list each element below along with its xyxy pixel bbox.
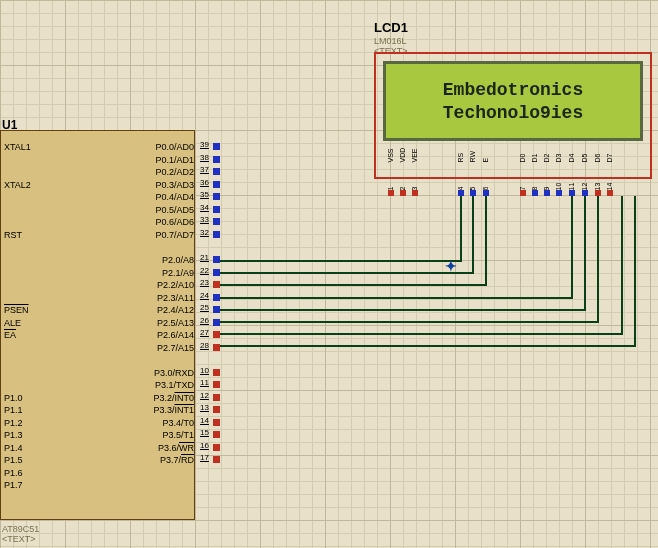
mcu-pin-P3.3-INT1: P3.3/INT1 [153,405,194,415]
mcu-pin-dot-28[interactable] [213,344,220,351]
mcu-pin-dot-25[interactable] [213,306,220,313]
lcd-pin-name-D4: D4 [568,154,575,163]
mcu-pin-num-11: 11 [200,378,209,387]
mcu-pin-dot-11[interactable] [213,381,220,388]
wire-v-P2.5[interactable] [597,196,599,323]
mcu-pin-P3.0-RXD: P3.0/RXD [154,368,194,378]
mcu-part: AT89C51 [2,524,39,534]
mcu-pin-dot-14[interactable] [213,419,220,426]
mcu-pin-P1.1: P1.1 [4,405,23,415]
mcu-pin-num-32: 32 [200,228,209,237]
mcu-pin-num-16: 16 [200,441,209,450]
mcu-pin-dot-39[interactable] [213,143,220,150]
lcd-pin-dot-D1[interactable] [532,190,538,196]
mcu-text-meta: <TEXT> [2,534,36,544]
wire-v-P2.0[interactable] [460,196,462,262]
mcu-pin-num-37: 37 [200,165,209,174]
mcu-pin-dot-21[interactable] [213,256,220,263]
mcu-pin-P1.7: P1.7 [4,480,23,490]
wire-h-P2.0[interactable] [220,260,460,262]
mcu-pin-dot-35[interactable] [213,193,220,200]
mcu-pin-ALE: ALE [4,318,21,328]
mcu-pin-P0.0-AD0: P0.0/AD0 [155,142,194,152]
mcu-pin-P2.7-A15: P2.7/A15 [157,343,194,353]
mcu-pin-dot-15[interactable] [213,431,220,438]
mcu-pin-P3.1-TXD: P3.1/TXD [155,380,194,390]
mcu-pin-dot-13[interactable] [213,406,220,413]
mcu-pin-P1.2: P1.2 [4,418,23,428]
mcu-pin-num-24: 24 [200,291,209,300]
lcd-pin-name-D6: D6 [594,154,601,163]
mcu-pin-P1.0: P1.0 [4,393,23,403]
wire-v-P2.1[interactable] [472,196,474,274]
mcu-pin-P1.5: P1.5 [4,455,23,465]
mcu-pin-P0.7-AD7: P0.7/AD7 [155,230,194,240]
mcu-pin-dot-27[interactable] [213,331,220,338]
mcu-pin-dot-34[interactable] [213,206,220,213]
mcu-pin-dot-38[interactable] [213,156,220,163]
mcu-pin-P0.5-AD5: P0.5/AD5 [155,205,194,215]
lcd-pin-dot-D0[interactable] [520,190,526,196]
mcu-pin-dot-23[interactable] [213,281,220,288]
mcu-pin-P1.6: P1.6 [4,468,23,478]
lcd-pin-dot-D7[interactable] [607,190,613,196]
lcd-pin-name-D0: D0 [519,154,526,163]
mcu-pin-num-13: 13 [200,403,209,412]
lcd-screen: Embedotronics Techonolo9ies [383,61,643,141]
wire-h-P2.4[interactable] [220,309,584,311]
mcu-pin-num-25: 25 [200,303,209,312]
mcu-pin-dot-12[interactable] [213,394,220,401]
mcu-pin-P3.6-WR: P3.6/WR [158,443,194,453]
mcu-pin-num-39: 39 [200,140,209,149]
lcd-pin-name-D3: D3 [555,154,562,163]
wire-h-P2.5[interactable] [220,321,597,323]
mcu-pin-P0.2-AD2: P0.2/AD2 [155,167,194,177]
wire-v-P2.4[interactable] [584,196,586,311]
mcu-pin-dot-22[interactable] [213,269,220,276]
mcu-pin-dot-32[interactable] [213,231,220,238]
mcu-pin-P3.7-RD: P3.7/RD [160,455,194,465]
lcd-pin-dot-D3[interactable] [556,190,562,196]
mcu-pin-P3.2-INT0: P3.2/INT0 [153,393,194,403]
mcu-pin-P2.5-A13: P2.5/A13 [157,318,194,328]
cursor-cross-icon: ✦ [445,258,457,274]
mcu-pin-dot-10[interactable] [213,369,220,376]
mcu-pin-XTAL1: XTAL1 [4,142,31,152]
mcu-pin-P2.4-A12: P2.4/A12 [157,305,194,315]
mcu-pin-num-17: 17 [200,453,209,462]
lcd-pin-dot-VEE[interactable] [412,190,418,196]
mcu-pin-num-28: 28 [200,341,209,350]
lcd-pin-name-D7: D7 [606,154,613,163]
mcu-pin-dot-16[interactable] [213,444,220,451]
mcu-pin-dot-37[interactable] [213,168,220,175]
wire-h-P2.7[interactable] [220,345,634,347]
mcu-pin-P0.6-AD6: P0.6/AD6 [155,217,194,227]
lcd-pin-dot-VDD[interactable] [400,190,406,196]
mcu-pin-P0.4-AD4: P0.4/AD4 [155,192,194,202]
mcu-pin-P3.4-T0: P3.4/T0 [162,418,194,428]
wire-v-P2.3[interactable] [571,196,573,299]
mcu-pin-dot-33[interactable] [213,218,220,225]
mcu-pin-dot-26[interactable] [213,319,220,326]
lcd-line2: Techonolo9ies [443,103,583,123]
mcu-pin-num-38: 38 [200,153,209,162]
mcu-pin-P1.4: P1.4 [4,443,23,453]
mcu-pin-dot-17[interactable] [213,456,220,463]
wire-v-P2.7[interactable] [634,196,636,347]
lcd-pin-name-VEE: VEE [411,148,418,162]
wire-v-P2.6[interactable] [621,196,623,335]
lcd-pin-dot-D2[interactable] [544,190,550,196]
lcd-pin-name-E: E [482,158,489,163]
wire-h-P2.3[interactable] [220,297,571,299]
wire-h-P2.2[interactable] [220,284,485,286]
mcu-pin-dot-36[interactable] [213,181,220,188]
mcu-pin-num-33: 33 [200,215,209,224]
mcu-pin-num-10: 10 [200,366,209,375]
wire-h-P2.1[interactable] [220,272,472,274]
wire-h-P2.6[interactable] [220,333,621,335]
lcd-pin-dot-VSS[interactable] [388,190,394,196]
mcu-pin-dot-24[interactable] [213,294,220,301]
wire-v-P2.2[interactable] [485,196,487,286]
mcu-pin-num-36: 36 [200,178,209,187]
lcd-ref: LCD1 [374,20,408,35]
